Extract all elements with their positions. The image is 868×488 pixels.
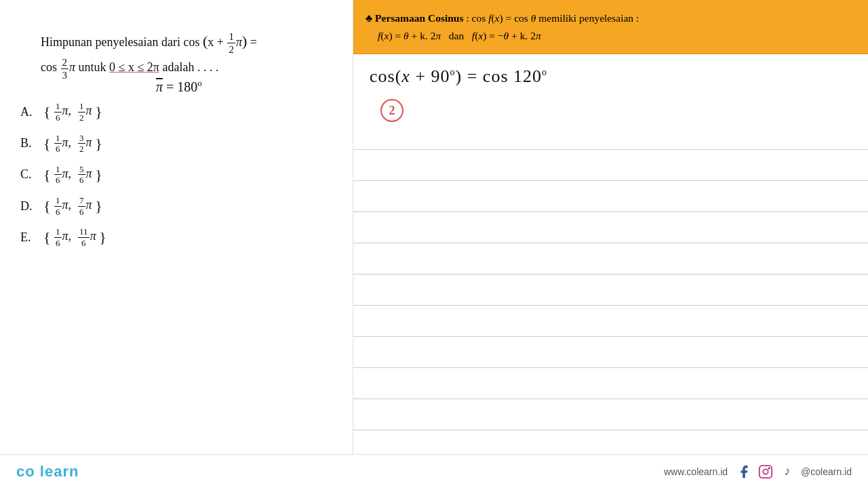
social-icons: ♪ @colearn.id xyxy=(736,464,852,480)
options-list: A. { 16π, 12π } B. { 16π, 32π } C. xyxy=(20,101,332,248)
option-e[interactable]: E. { 16π, 116π } xyxy=(20,226,332,248)
question-line1: Himpunan penyelesaian dari cos (x + 12π)… xyxy=(41,35,257,49)
right-panel: ♣ Persamaan Cosinus : cos f(x) = cos θ m… xyxy=(353,0,868,488)
line-row xyxy=(353,243,868,274)
option-c-label: C. xyxy=(20,167,41,182)
info-line1: ♣ Persamaan Cosinus : cos f(x) = cos θ m… xyxy=(366,9,856,27)
line-row xyxy=(353,274,868,306)
option-b-value: { 16π, 32π } xyxy=(43,133,102,155)
line-row xyxy=(353,368,868,399)
option-d-value: { 16π, 76π } xyxy=(43,195,102,217)
equation-display: cos(x + 90o) = cos 120o xyxy=(353,54,868,94)
website-url: www.colearn.id xyxy=(664,466,728,477)
club-icon: ♣ xyxy=(366,12,372,24)
logo-learn: learn xyxy=(40,463,79,480)
option-c[interactable]: C. { 16π, 56π } xyxy=(20,164,332,186)
option-d-label: D. xyxy=(20,199,41,214)
line-row xyxy=(353,399,868,430)
question-line2: cos 23π untuk 0 ≤ x ≤ 2π adalah . . . . xyxy=(41,60,218,74)
line-row xyxy=(353,212,868,243)
option-a-label: A. xyxy=(20,105,41,119)
option-b[interactable]: B. { 16π, 32π } xyxy=(20,133,332,155)
info-box: ♣ Persamaan Cosinus : cos f(x) = cos θ m… xyxy=(353,0,868,54)
facebook-icon xyxy=(736,464,752,480)
social-handle: @colearn.id xyxy=(801,466,852,477)
svg-rect-0 xyxy=(760,465,772,477)
line-row xyxy=(353,150,868,181)
work-area: cos(x + 90o) = cos 120o 2 xyxy=(353,54,868,488)
option-c-value: { 16π, 56π } xyxy=(43,164,102,186)
option-a-value: { 16π, 12π } xyxy=(43,101,102,123)
brand-logo: co learn xyxy=(16,463,79,481)
option-b-label: B. xyxy=(20,136,41,150)
logo-co: co xyxy=(16,463,35,480)
line-row xyxy=(353,181,868,212)
left-panel: Himpunan penyelesaian dari cos (x + 12π)… xyxy=(0,0,353,488)
instagram-icon xyxy=(757,464,774,480)
question-block: Himpunan penyelesaian dari cos (x + 12π)… xyxy=(20,14,332,81)
tiktok-icon: ♪ xyxy=(779,464,795,480)
line-row xyxy=(353,337,868,368)
option-a[interactable]: A. { 16π, 12π } xyxy=(20,101,332,123)
info-line2: f(x) = θ + k. 2π dan f(x) = −θ + k. 2π xyxy=(378,27,856,45)
line-row xyxy=(353,119,868,150)
main-container: Himpunan penyelesaian dari cos (x + 12π)… xyxy=(0,0,868,488)
footer-right: www.colearn.id ♪ @colearn.id xyxy=(664,464,852,480)
option-e-value: { 16π, 116π } xyxy=(43,226,106,248)
option-d[interactable]: D. { 16π, 76π } xyxy=(20,195,332,217)
option-e-label: E. xyxy=(20,230,41,245)
svg-point-2 xyxy=(768,468,770,469)
svg-point-1 xyxy=(763,469,768,474)
lined-paper xyxy=(353,119,868,488)
footer: co learn www.colearn.id ♪ @c xyxy=(0,454,868,488)
line-row xyxy=(353,306,868,337)
